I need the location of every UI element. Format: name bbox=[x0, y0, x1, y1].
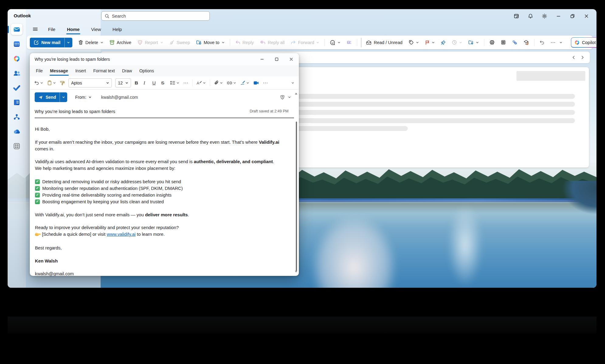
loop-button[interactable] bbox=[509, 37, 520, 48]
video-clip-button[interactable] bbox=[252, 78, 261, 88]
tab-file[interactable]: File bbox=[44, 25, 59, 34]
bold-button[interactable]: B bbox=[133, 78, 141, 88]
forward-button[interactable]: Forward bbox=[288, 37, 322, 48]
maximize-icon bbox=[570, 14, 575, 19]
compose-close-button[interactable] bbox=[287, 55, 296, 64]
font-size-select[interactable]: 12 bbox=[115, 78, 131, 88]
subject-input[interactable]: Why you’re losing leads to spam folders bbox=[35, 109, 115, 114]
hamburger-button[interactable] bbox=[31, 25, 39, 33]
rail-people-button[interactable] bbox=[11, 67, 22, 79]
send-options-dropdown[interactable] bbox=[60, 92, 67, 102]
chevron-down-icon bbox=[291, 81, 294, 84]
tab-view[interactable]: View bbox=[87, 25, 105, 34]
previous-message-icon[interactable] bbox=[572, 55, 576, 60]
rail-mail-button[interactable] bbox=[11, 24, 22, 35]
shield-question-icon[interactable] bbox=[280, 95, 285, 100]
compose-minimize-button[interactable] bbox=[258, 55, 267, 64]
attach-button[interactable] bbox=[213, 78, 224, 88]
rail-journal-button[interactable] bbox=[11, 97, 22, 108]
reply-all-button[interactable]: Reply all bbox=[257, 37, 288, 48]
ribbon-divider bbox=[230, 39, 230, 46]
active-indicator bbox=[8, 26, 9, 33]
send-button[interactable]: Send bbox=[35, 92, 67, 102]
new-mail-button[interactable]: New mail bbox=[30, 38, 72, 47]
insert-link-button[interactable] bbox=[225, 78, 238, 88]
quick-steps-button[interactable]: Quick steps bbox=[361, 38, 361, 47]
signature-button[interactable] bbox=[239, 78, 251, 88]
undo-button[interactable] bbox=[33, 78, 45, 88]
scroll-up-arrow[interactable] bbox=[295, 93, 297, 94]
snooze-button[interactable] bbox=[449, 37, 465, 48]
chevron-down-icon[interactable] bbox=[288, 96, 291, 99]
reply-button[interactable]: Reply bbox=[233, 37, 257, 48]
search-input[interactable] bbox=[112, 14, 197, 19]
rules-button[interactable] bbox=[465, 37, 482, 48]
next-message-icon[interactable] bbox=[581, 55, 584, 60]
pin-button[interactable] bbox=[438, 37, 448, 48]
paste-button[interactable] bbox=[46, 78, 57, 88]
rail-onedrive-button[interactable] bbox=[11, 126, 22, 137]
compose-tab-message[interactable]: Message bbox=[47, 66, 72, 76]
new-mail-dropdown[interactable] bbox=[64, 38, 72, 47]
font-name-select[interactable]: Aptos bbox=[68, 78, 112, 88]
move-to-button[interactable]: Move to bbox=[193, 37, 227, 48]
tab-home[interactable]: Home bbox=[63, 25, 84, 34]
report-button[interactable]: Report bbox=[135, 37, 166, 48]
rail-calendar-button[interactable] bbox=[11, 38, 22, 50]
read-unread-button[interactable]: Read / Unread bbox=[363, 37, 405, 48]
minimize-button[interactable] bbox=[553, 11, 564, 21]
underline-button[interactable]: U bbox=[151, 78, 159, 88]
share-to-teams-button[interactable] bbox=[344, 37, 354, 48]
notifications-button[interactable] bbox=[525, 11, 536, 21]
categorize-button[interactable] bbox=[406, 37, 422, 48]
apps-button[interactable] bbox=[498, 37, 509, 48]
compose-tab-format-text[interactable]: Format text bbox=[90, 66, 119, 76]
copilot-button[interactable]: Copilot bbox=[571, 37, 596, 48]
react-button[interactable] bbox=[327, 37, 343, 48]
apps-grid-icon bbox=[501, 40, 506, 45]
move-folder-icon bbox=[196, 40, 202, 45]
compose-tab-options[interactable]: Options bbox=[136, 66, 157, 76]
more-format-button[interactable] bbox=[182, 78, 190, 88]
format-painter-button[interactable] bbox=[58, 78, 66, 88]
outlook-window: Outlook File Home View Help bbox=[8, 9, 596, 288]
more-toolbar-button[interactable] bbox=[261, 78, 269, 88]
styles-button[interactable]: A bbox=[195, 78, 207, 88]
close-button[interactable] bbox=[581, 11, 592, 21]
more-commands-button[interactable] bbox=[548, 37, 558, 48]
line-spacing-button[interactable] bbox=[168, 78, 181, 88]
chevron-down-icon bbox=[100, 41, 103, 44]
undo-button[interactable] bbox=[537, 37, 547, 48]
flag-button[interactable] bbox=[422, 37, 437, 48]
rail-more-apps-button[interactable] bbox=[11, 140, 22, 152]
flag-icon bbox=[425, 40, 430, 45]
italic-button[interactable]: I bbox=[142, 78, 150, 88]
print-button[interactable] bbox=[487, 37, 497, 48]
sweep-button[interactable]: Sweep bbox=[167, 37, 193, 48]
compose-tab-file[interactable]: File bbox=[32, 66, 47, 76]
compose-tab-insert[interactable]: Insert bbox=[72, 66, 90, 76]
message-body[interactable]: Hi Bob, If your emails aren’t reaching t… bbox=[30, 118, 299, 276]
rail-todo-button[interactable] bbox=[11, 82, 22, 93]
notes-pane-button[interactable] bbox=[511, 11, 522, 21]
maximize-button[interactable] bbox=[567, 11, 578, 21]
delete-button[interactable]: Delete bbox=[75, 37, 106, 48]
scroll-down-arrow[interactable] bbox=[295, 271, 297, 273]
tab-help[interactable]: Help bbox=[109, 25, 126, 34]
collapse-ribbon-button[interactable] bbox=[559, 41, 562, 44]
ribbon-divider bbox=[534, 39, 534, 46]
archive-button[interactable]: Archive bbox=[107, 37, 134, 48]
settings-button[interactable] bbox=[539, 11, 550, 21]
body-paragraph: If your emails aren’t reaching the inbox… bbox=[35, 139, 282, 153]
compose-maximize-button[interactable] bbox=[272, 55, 281, 64]
search-box[interactable] bbox=[101, 11, 210, 21]
validify-link[interactable]: www.validify.ai bbox=[107, 232, 136, 237]
from-selector[interactable]: From: bbox=[75, 95, 92, 100]
compose-tab-draw[interactable]: Draw bbox=[119, 66, 136, 76]
toolbar-collapse-button[interactable] bbox=[290, 78, 296, 88]
rail-copilot-button[interactable] bbox=[11, 53, 22, 64]
resend-button[interactable] bbox=[521, 37, 532, 48]
scrollbar-thumb[interactable] bbox=[296, 122, 297, 271]
rail-org-button[interactable] bbox=[11, 111, 22, 122]
strikethrough-button[interactable]: S bbox=[160, 78, 168, 88]
